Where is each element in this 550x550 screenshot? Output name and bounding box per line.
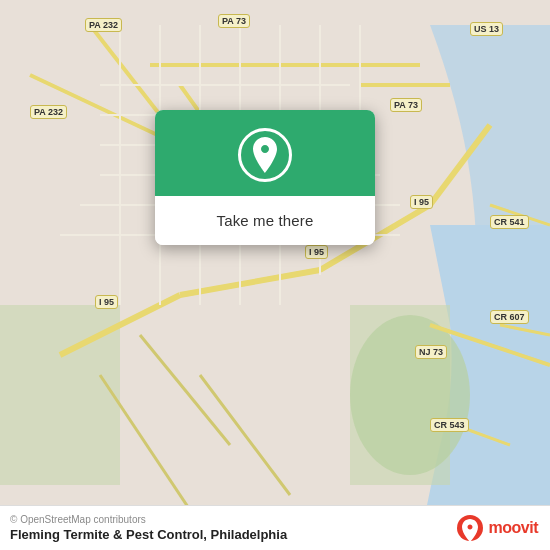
road-label-pa232-tl: PA 232 xyxy=(85,18,122,32)
road-label-i95-bl: I 95 xyxy=(95,295,118,309)
popup-button-section[interactable]: Take me there xyxy=(155,196,375,245)
map-background xyxy=(0,0,550,550)
popup-green-section xyxy=(155,110,375,196)
road-label-pa73-mr: PA 73 xyxy=(390,98,422,112)
road-label-us13: US 13 xyxy=(470,22,503,36)
svg-point-3 xyxy=(350,315,470,475)
take-me-there-button[interactable]: Take me there xyxy=(209,208,322,233)
location-icon-circle xyxy=(238,128,292,182)
business-name: Fleming Termite & Pest Control, Philadel… xyxy=(10,527,287,542)
bottom-bar: © OpenStreetMap contributors Fleming Ter… xyxy=(0,505,550,550)
bottom-left: © OpenStreetMap contributors Fleming Ter… xyxy=(10,514,287,542)
road-label-pa73-t: PA 73 xyxy=(218,14,250,28)
moovit-text: moovit xyxy=(489,519,538,537)
moovit-brand-icon xyxy=(456,514,484,542)
road-label-i95-mr: I 95 xyxy=(410,195,433,209)
popup-card: Take me there xyxy=(155,110,375,245)
road-label-nj73: NJ 73 xyxy=(415,345,447,359)
road-label-cr541: CR 541 xyxy=(490,215,529,229)
road-label-i95-mc: I 95 xyxy=(305,245,328,259)
road-label-pa232-ml: PA 232 xyxy=(30,105,67,119)
copyright-text: © OpenStreetMap contributors xyxy=(10,514,287,525)
road-label-cr543: CR 543 xyxy=(430,418,469,432)
road-label-cr607: CR 607 xyxy=(490,310,529,324)
moovit-logo: moovit xyxy=(456,514,538,542)
location-pin-icon xyxy=(249,137,281,173)
map-container: PA 232 PA 73 US 13 PA 232 PA 73 I 95 I 9… xyxy=(0,0,550,550)
